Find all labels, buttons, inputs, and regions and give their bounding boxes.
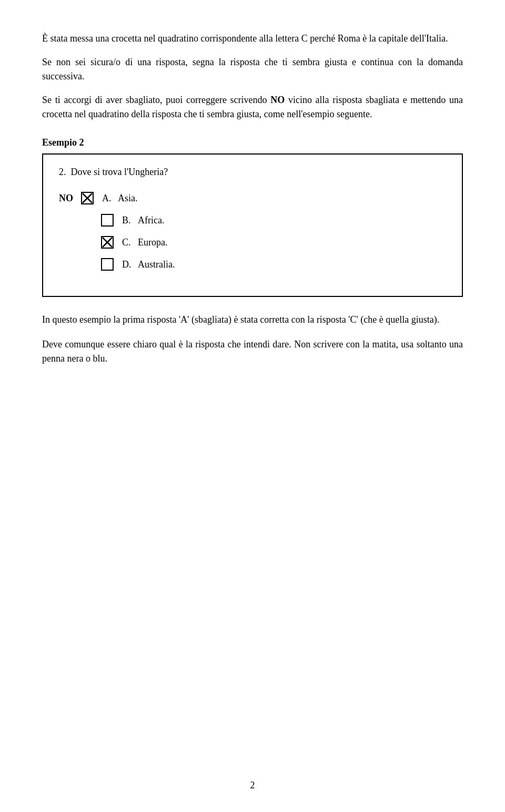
question-text: 2. Dove si trova l'Ungheria? [59, 165, 446, 179]
closing-paragraph-2: Deve comunque essere chiaro qual è la ri… [42, 337, 463, 366]
svg-line-1 [83, 193, 92, 203]
closing-paragraph-1: In questo esempio la prima risposta 'A' … [42, 313, 463, 327]
checkbox-c [101, 236, 114, 249]
question-box: 2. Dove si trova l'Ungheria? NO A. Asia.… [42, 153, 463, 297]
answer-row-c: C. Europa. [101, 236, 446, 249]
answer-row-b: B. Africa. [101, 214, 446, 227]
cross-icon-c [102, 237, 113, 248]
page: È stata messa una crocetta nel quadratin… [0, 0, 505, 812]
intro-paragraph-1: È stata messa una crocetta nel quadratin… [42, 32, 463, 46]
esempio-label: Esempio 2 [42, 137, 463, 148]
checkbox-d [101, 258, 114, 271]
checkbox-b [101, 214, 114, 227]
answer-letter-d: D. [122, 259, 138, 270]
checkbox-a [81, 192, 94, 204]
answer-row-d: D. Australia. [101, 258, 446, 271]
answer-row-a: NO A. Asia. [59, 192, 446, 204]
svg-line-0 [83, 193, 92, 203]
cross-icon-a [82, 193, 93, 203]
answer-text-a: Asia. [118, 193, 138, 204]
intro-paragraph-3: Se ti accorgi di aver sbagliato, puoi co… [42, 93, 463, 121]
answer-text-c: Europa. [138, 237, 167, 248]
answer-letter-a: A. [102, 193, 118, 204]
answer-text-d: Australia. [138, 259, 175, 270]
answer-letter-c: C. [122, 237, 138, 248]
answer-text-b: Africa. [138, 215, 164, 226]
intro-paragraph-2: Se non sei sicura/o di una risposta, seg… [42, 55, 463, 84]
answer-letter-b: B. [122, 215, 138, 226]
no-label-a: NO [59, 193, 77, 204]
page-number: 2 [250, 780, 255, 791]
